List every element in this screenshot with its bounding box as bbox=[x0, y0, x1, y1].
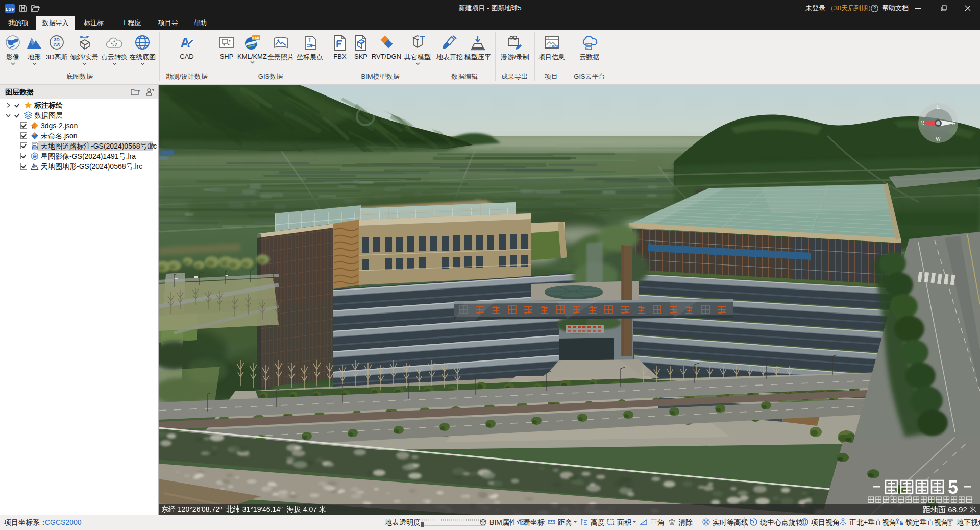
svg-text:LRC: LRC bbox=[33, 147, 38, 149]
svg-text:3D: 3D bbox=[54, 37, 60, 42]
svg-text:T: T bbox=[308, 37, 311, 43]
svg-text:GS: GS bbox=[53, 42, 60, 47]
svg-text:LSV: LSV bbox=[6, 7, 15, 12]
svg-text:5: 5 bbox=[948, 477, 958, 498]
svg-text:Logo: Logo bbox=[549, 44, 559, 49]
svg-text:?: ? bbox=[873, 6, 876, 11]
svg-text:E: E bbox=[937, 104, 940, 110]
svg-text:W: W bbox=[936, 136, 941, 142]
